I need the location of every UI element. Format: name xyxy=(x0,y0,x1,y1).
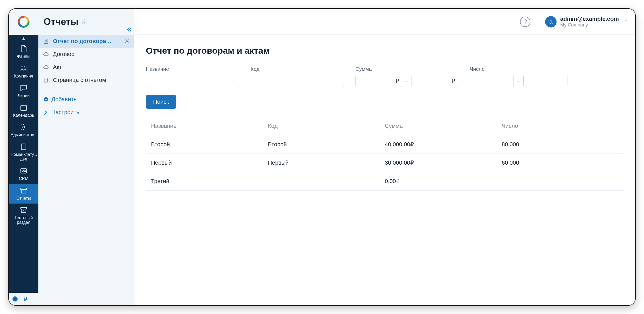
document-icon xyxy=(20,45,28,53)
svg-rect-6 xyxy=(21,188,27,190)
main-area: ? a admin@example.com My Company ⌄ Отчет… xyxy=(134,9,635,305)
filter-sum-to-input[interactable] xyxy=(412,75,458,87)
book-icon xyxy=(20,143,28,151)
range-dash: – xyxy=(517,78,520,84)
cell-name: Первый xyxy=(151,159,268,166)
filter-name-label: Название xyxy=(146,66,239,72)
filter-sum: Сумма ₽ – ₽ xyxy=(355,66,458,87)
range-dash: – xyxy=(405,78,408,84)
sidenav-item-contract[interactable]: Договор xyxy=(38,48,134,61)
sidenav-item-report-page[interactable]: Страница с отчетом xyxy=(38,74,134,87)
gear-icon[interactable] xyxy=(81,19,87,25)
rail-item-label: Календарь xyxy=(13,113,34,118)
avatar-letter: a xyxy=(549,18,552,25)
settings-button[interactable] xyxy=(23,296,29,302)
archive-icon xyxy=(20,187,28,194)
user-menu[interactable]: a admin@example.com My Company ⌄ xyxy=(538,16,628,28)
cell-name: Третий xyxy=(151,178,268,185)
svg-rect-2 xyxy=(21,105,27,110)
table-row[interactable]: Первый Первый 30 000,00₽ 60 000 xyxy=(146,153,624,172)
cell-name: Второй xyxy=(151,141,268,148)
rail-footer xyxy=(9,293,38,305)
col-code: Код xyxy=(268,123,385,129)
side-pane-title: Отчеты xyxy=(44,16,78,27)
sidenav-configure-label: Настроить xyxy=(51,109,79,116)
cell-sum: 30 000,00₽ xyxy=(385,159,502,166)
help-button[interactable]: ? xyxy=(520,17,530,27)
search-button-label: Поиск xyxy=(153,99,169,105)
svg-point-12 xyxy=(126,41,128,42)
sidenav-item-act[interactable]: Акт xyxy=(38,61,134,74)
svg-point-1 xyxy=(24,66,26,68)
rail-item-label: Тестовый раздел xyxy=(11,215,37,225)
sidenav-item-report-contracts[interactable]: Отчет по договорам и ак... xyxy=(38,35,134,48)
svg-point-5 xyxy=(22,170,23,172)
filter-code-input[interactable] xyxy=(251,75,344,87)
sidenav-add-button[interactable]: Добавить xyxy=(38,93,134,106)
top-bar: ? a admin@example.com My Company ⌄ xyxy=(134,9,635,35)
search-button[interactable]: Поиск xyxy=(146,95,176,109)
cell-num: 60 000 xyxy=(502,159,619,166)
avatar: a xyxy=(545,16,557,27)
table-row[interactable]: Третий 0,00₽ xyxy=(146,172,624,191)
sidenav-item-label: Договор xyxy=(53,51,74,58)
filter-num-label: Число xyxy=(470,66,567,72)
rail-item-reports[interactable]: Отчеты xyxy=(9,184,38,204)
cell-sum: 0,00₽ xyxy=(385,178,502,185)
rail-item-test[interactable]: Тестовый раздел xyxy=(9,204,38,228)
col-sum: Сумма xyxy=(385,123,502,129)
question-icon: ? xyxy=(524,18,527,25)
user-email: admin@example.com xyxy=(560,16,619,22)
chevron-down-icon: ⌄ xyxy=(624,17,628,23)
rail-item-label: Номенклату... дел xyxy=(11,152,37,161)
user-text: admin@example.com My Company xyxy=(560,16,619,28)
rail-item-calendar[interactable]: Календарь xyxy=(9,101,38,121)
side-nav-list: Отчет по договорам и ак... Договор Акт xyxy=(38,35,134,119)
rail-item-label: Файлы xyxy=(17,54,30,59)
filter-num-from-input[interactable] xyxy=(470,75,514,87)
report-icon xyxy=(43,38,50,44)
gear-icon[interactable] xyxy=(124,39,129,44)
svg-point-0 xyxy=(21,66,23,68)
filter-name-input[interactable] xyxy=(146,75,239,87)
svg-point-3 xyxy=(23,126,25,128)
app-frame: ▲ Файлы Компания Линии Календарь xyxy=(8,8,636,306)
collapse-sidepane-button[interactable] xyxy=(126,26,132,33)
filter-name: Название xyxy=(146,66,239,87)
nav-rail: ▲ Файлы Компания Линии Календарь xyxy=(9,9,38,305)
filter-num: Число – xyxy=(470,66,567,87)
rail-item-lines[interactable]: Линии xyxy=(9,81,38,101)
cloud-icon xyxy=(43,51,50,57)
page-icon xyxy=(43,77,50,83)
rail-item-label: Линии xyxy=(18,93,30,98)
sidenav-item-label: Страница с отчетом xyxy=(53,77,106,83)
add-section-button[interactable] xyxy=(12,296,18,302)
logo-mark-icon xyxy=(18,16,30,28)
rail-item-crm[interactable]: CRM xyxy=(9,164,38,184)
filter-num-to-input[interactable] xyxy=(523,75,567,87)
rail-item-label: CRM xyxy=(19,176,28,181)
col-num: Число xyxy=(502,123,619,129)
plus-circle-icon xyxy=(43,96,49,102)
rail-item-label: Компания xyxy=(14,74,33,79)
sidenav-item-label: Отчет по договорам и ак... xyxy=(53,38,115,45)
app-logo xyxy=(9,9,38,35)
cloud-icon xyxy=(43,64,50,70)
people-icon xyxy=(19,65,28,72)
id-card-icon xyxy=(20,167,28,175)
cell-sum: 40 000,00₽ xyxy=(385,141,502,148)
rail-item-company[interactable]: Компания xyxy=(9,62,38,82)
rail-item-admin[interactable]: Администри... xyxy=(9,121,38,140)
side-pane: Отчеты Отчет по договорам и ак... xyxy=(38,9,134,305)
page-title: Отчет по договорам и актам xyxy=(146,46,624,56)
calendar-icon xyxy=(20,104,28,111)
sidenav-configure-button[interactable]: Настроить xyxy=(38,106,134,119)
rail-item-files[interactable]: Файлы xyxy=(9,42,38,62)
table-row[interactable]: Второй Второй 40 000,00₽ 80 000 xyxy=(146,135,624,153)
filter-sum-from-input[interactable] xyxy=(355,75,402,87)
filters-row: Название Код Сумма ₽ – ₽ Число xyxy=(146,66,624,87)
svg-rect-7 xyxy=(21,207,27,209)
content: Отчет по договорам и актам Название Код … xyxy=(134,35,635,201)
rail-item-nomenclature[interactable]: Номенклату... дел xyxy=(9,140,38,164)
rail-scroll-up[interactable]: ▲ xyxy=(9,35,38,42)
